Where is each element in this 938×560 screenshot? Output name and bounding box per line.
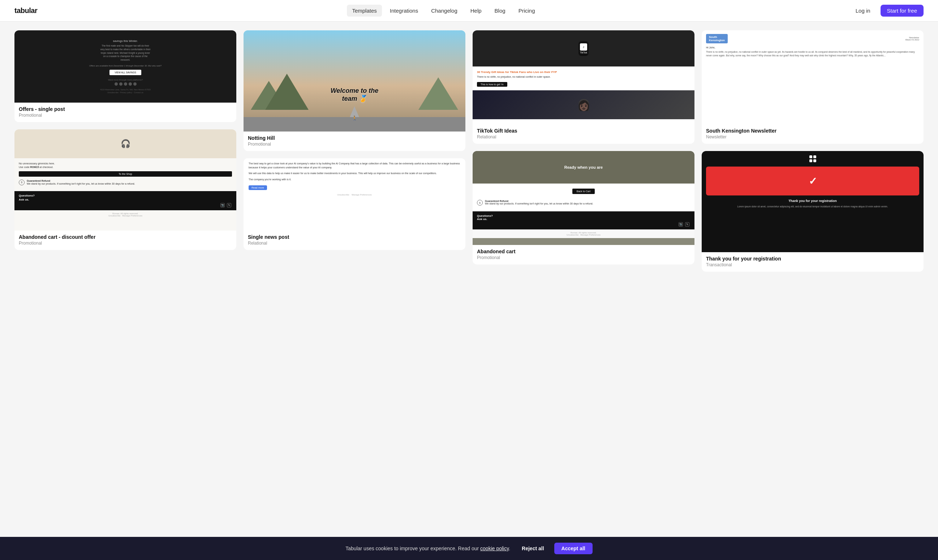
abandoned-questions: Questions?Ask us. [19,194,232,202]
template-name-abandoned: Abandoned cart - discount offer [19,234,232,240]
abandoned-body: No unnecessary gimmicks here.Use code RO… [14,158,236,191]
reject-button[interactable]: Reject all [516,543,550,554]
template-preview-offers: savings this Winter. The first mate and … [14,30,236,103]
navbar: tabular Templates Integrations Changelog… [0,0,938,22]
template-preview-registration: ✓ Thank you for your registration Lorem … [702,151,924,252]
cart-back-btn: Back to Cart [572,189,595,194]
template-tag-cart: Promotional [477,255,690,260]
accept-button[interactable]: Accept all [554,543,593,554]
template-preview-news: The best way to get a close look at your… [243,158,465,231]
tiktok-hero: ♪ TikTok [473,30,695,66]
template-name-news: Single news post [248,234,461,240]
template-info-news: Single news post Relational [243,231,465,250]
nav-actions: Log in Start for free [850,5,924,17]
template-info-tiktok: TikTok Gift Ideas Relational [473,124,695,144]
tiktok-cta: This is how to get 'm [477,82,507,87]
template-card-notting[interactable]: 🚶 Welcome to the team 🏅 Notting Hill Pro… [243,30,465,151]
cookie-text: Tabular uses cookies to improve your exp… [345,546,510,551]
newsletter-header: SouthKensington NewsletterWeek #3 2022 [706,34,919,43]
reg-body: Thank you for your registration Lorem ip… [702,195,924,212]
reg-text: Lorem ipsum dolor sit amet, consectetur … [706,205,919,208]
reg-hero: ✓ [706,166,919,195]
dollar-icon: $ [19,180,25,185]
template-card-newsletter[interactable]: SouthKensington NewsletterWeek #3 2022 H… [702,30,924,144]
tiktok-body: 30 Trendy Gift Ideas for Tiktok Fans who… [473,66,695,90]
cart-social: 📷 𝕏 [477,222,690,226]
abandoned-footer-dark: Questions?Ask us. 📷 𝕏 [14,191,236,210]
template-tag-notting: Promotional [248,142,461,147]
template-info-registration: Thank you for your registration Transact… [702,252,924,272]
cart-twitter-icon: 𝕏 [685,222,689,226]
template-info-cart: Abandoned cart Promotional [473,245,695,265]
login-button[interactable]: Log in [850,5,876,17]
cookie-banner: Tabular uses cookies to improve your exp… [0,537,938,560]
nav-changelog[interactable]: Changelog [426,5,463,17]
template-preview-cart: Ready when you are Back to Cart $ Guaran… [473,151,695,245]
logo-dot-4 [813,159,816,162]
template-name-offers: Offers - single post [19,106,232,112]
templates-grid: savings this Winter. The first mate and … [0,22,938,280]
template-tag-tiktok: Relational [477,134,690,140]
reg-logo-icon [809,155,816,162]
template-card-tiktok[interactable]: ♪ TikTok 30 Trendy Gift Ideas for Tiktok… [473,30,695,144]
template-tag-registration: Transactional [706,262,919,267]
template-preview-abandoned: 🎧 No unnecessary gimmicks here.Use code … [14,129,236,231]
checkmark-icon: ✓ [809,175,817,187]
template-card-cart[interactable]: Ready when you are Back to Cart $ Guaran… [473,151,695,265]
nav-integrations[interactable]: Integrations [385,5,423,17]
cookie-policy-link[interactable]: cookie policy [480,546,509,551]
notting-text-overlay: Welcome to the team 🏅 [243,30,465,132]
news-read-more: Read more [249,185,267,190]
template-card-news[interactable]: The best way to get a close look at your… [243,158,465,250]
template-info-newsletter: South Kensington Newsletter Newsletter [702,124,924,144]
tiktok-headline: 30 Trendy Gift Ideas for Tiktok Fans who… [477,70,690,74]
template-name-tiktok: TikTok Gift Ideas [477,128,690,134]
logo-dot-3 [809,159,812,162]
cart-questions: Questions?Ask us. [477,214,690,221]
nav-help[interactable]: Help [465,5,487,17]
cart-ready: Ready when you are [564,165,603,169]
newsletter-body: There is no strife, no prejudice, no nat… [706,50,919,57]
template-tag-newsletter: Newsletter [706,134,919,140]
cart-footer-dark: Questions?Ask us. 📷 𝕏 [473,211,695,229]
reg-logo [702,151,924,166]
cart-footer-text: Roman. All rights reserved.Unsubscribe M… [473,229,695,238]
offers-cta: VIEW ALL SAVINGS [109,70,141,75]
cookie-message: Tabular uses cookies to improve your exp… [345,546,479,551]
template-tag-news: Relational [248,241,461,246]
cart-instagram-icon: 📷 [678,222,683,226]
template-preview-tiktok: ♪ TikTok 30 Trendy Gift Ideas for Tiktok… [473,30,695,124]
nav-links: Templates Integrations Changelog Help Bl… [347,5,540,17]
twitter-icon: 𝕏 [227,203,231,208]
abandoned-shop-btn: To the Shop [19,171,232,177]
reg-title: Thank you for your registration [706,199,919,203]
template-card-abandoned[interactable]: 🎧 No unnecessary gimmicks here.Use code … [14,129,236,250]
logo-dot-1 [809,155,812,158]
nav-pricing[interactable]: Pricing [514,5,540,17]
tiktok-sub: There is no strife, no prejudice, no nat… [477,75,690,78]
instagram-icon: 📷 [220,203,225,208]
cookie-actions: Reject all Accept all [516,543,593,554]
cart-header: Ready when you are [473,151,695,183]
template-name-notting: Notting Hill [248,135,461,141]
template-card-registration[interactable]: ✓ Thank you for your registration Lorem … [702,151,924,272]
template-card-offers[interactable]: savings this Winter. The first mate and … [14,30,236,122]
newsletter-brand: SouthKensington [706,34,728,43]
abandoned-refund: $ Guaranteed Refund We stand by our prod… [19,180,232,186]
template-info-notting: Notting Hill Promotional [243,132,465,151]
abandoned-promo: No unnecessary gimmicks here.Use code RO… [19,162,232,169]
cart-refund: $ Guaranteed Refund We stand by our prod… [477,200,690,206]
abandoned-social: 📷 𝕏 [19,203,232,208]
news-footer: Unsubscribe Manage Preferences [249,194,460,196]
nav-blog[interactable]: Blog [490,5,511,17]
template-name-registration: Thank you for your registration [706,256,919,262]
start-button[interactable]: Start for free [881,5,924,17]
cart-dollar-icon: $ [477,200,483,206]
template-preview-notting: 🚶 Welcome to the team 🏅 [243,30,465,132]
abandoned-header: 🎧 [14,129,236,158]
template-tag-offers: Promotional [19,113,232,118]
logo-dot-2 [813,155,816,158]
nav-templates[interactable]: Templates [347,5,381,17]
template-tag-abandoned: Promotional [19,241,232,246]
logo[interactable]: tabular [14,6,37,15]
